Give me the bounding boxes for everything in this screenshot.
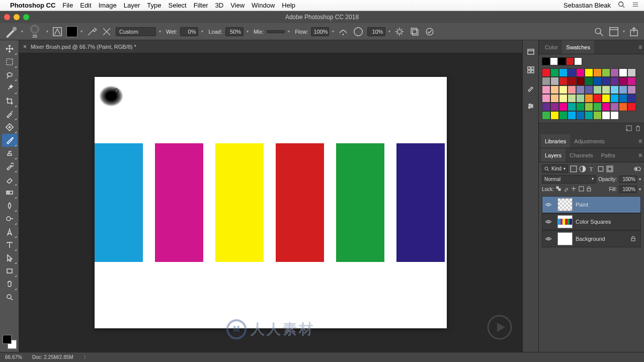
swatch-item[interactable]	[576, 94, 585, 103]
mix-field[interactable]	[267, 30, 285, 33]
swatch-item[interactable]	[602, 68, 610, 77]
swatch-item[interactable]	[550, 111, 559, 120]
load-field[interactable]: 50%	[225, 27, 244, 36]
layer-visibility-icon[interactable]	[542, 235, 554, 242]
lock-all-icon[interactable]	[586, 186, 592, 193]
close-window-icon[interactable]	[4, 14, 10, 20]
swatch-item[interactable]	[585, 68, 593, 77]
swatch-item[interactable]	[576, 68, 585, 77]
mixer-preset-select[interactable]: Custom	[116, 27, 156, 36]
swatch-item[interactable]	[550, 77, 559, 85]
swatch-item[interactable]	[602, 94, 610, 103]
wet-dropdown-icon[interactable]: ▾	[201, 29, 203, 34]
swatch-item[interactable]	[550, 68, 559, 77]
play-overlay-icon[interactable]	[487, 315, 512, 342]
swatch-item[interactable]	[602, 85, 610, 94]
lock-position-icon[interactable]	[571, 186, 577, 193]
layer-name[interactable]: Color Squares	[576, 219, 630, 225]
zoom-tool[interactable]	[2, 291, 17, 304]
swatch-item[interactable]	[619, 94, 627, 103]
swatch-recent[interactable]	[566, 57, 574, 65]
layer-visibility-icon[interactable]	[542, 218, 554, 225]
dodge-tool[interactable]	[2, 212, 17, 225]
marquee-tool[interactable]	[2, 55, 17, 68]
channels-tab[interactable]: Channels	[566, 148, 597, 162]
swatch-item[interactable]	[610, 103, 619, 111]
lock-artboard-icon[interactable]	[579, 186, 584, 193]
swatch-item[interactable]	[602, 77, 610, 85]
brush-preset-dropdown-icon[interactable]: ▾	[46, 29, 48, 34]
clean-brush-icon[interactable]	[101, 26, 113, 38]
swatch-item[interactable]	[593, 68, 602, 77]
swatch-item[interactable]	[602, 111, 610, 120]
brush-panel-toggle-icon[interactable]	[51, 26, 63, 38]
path-selection-tool[interactable]	[2, 251, 17, 264]
history-panel-icon[interactable]	[525, 46, 536, 57]
swatch-item[interactable]	[627, 68, 636, 77]
libraries-tab[interactable]: Libraries	[541, 134, 570, 148]
filter-type-icon[interactable]: T	[588, 165, 595, 172]
crop-tool[interactable]	[2, 95, 17, 108]
swatch-item[interactable]	[619, 85, 627, 94]
layer-item[interactable]: Color Squares	[542, 213, 641, 230]
swatch-item[interactable]	[576, 103, 585, 111]
swatch-item[interactable]	[593, 77, 602, 85]
gradient-tool[interactable]	[2, 186, 17, 199]
swatch-item[interactable]	[593, 111, 602, 120]
swatch-item[interactable]	[542, 94, 550, 103]
lock-transparent-icon[interactable]	[556, 186, 561, 193]
swatch-item[interactable]	[568, 85, 576, 94]
magic-wand-tool[interactable]	[2, 81, 17, 95]
trash-icon[interactable]	[635, 125, 641, 132]
swatch-item[interactable]	[576, 77, 585, 85]
swatch-item[interactable]	[568, 103, 576, 111]
current-tool-icon[interactable]	[4, 27, 18, 37]
layer-name[interactable]: Background	[576, 236, 630, 242]
lock-pixels-icon[interactable]	[564, 186, 569, 193]
swatch-item[interactable]	[627, 94, 636, 103]
swatch-recent[interactable]	[550, 57, 558, 65]
adjustments-tab[interactable]: Adjustments	[570, 134, 609, 148]
layer-filter-kind[interactable]: Kind ▾	[542, 164, 568, 173]
doc-arrange-dropdown-icon[interactable]: ▾	[623, 29, 625, 34]
menu-list-icon[interactable]	[632, 1, 639, 10]
eyedropper-tool[interactable]	[2, 108, 17, 121]
menu-view[interactable]: View	[230, 2, 245, 9]
swatch-item[interactable]	[610, 111, 619, 120]
swatch-item[interactable]	[610, 94, 619, 103]
filter-toggle-icon[interactable]	[634, 165, 641, 172]
document-tab-title[interactable]: Mixer Brush.psd @ 66.7% (Paint, RGB/8) *	[31, 44, 136, 50]
clone-stamp-tool[interactable]	[2, 147, 17, 160]
swatch-item[interactable]	[585, 111, 593, 120]
gear-icon[interactable]	[393, 26, 406, 38]
swatch-item[interactable]	[559, 94, 568, 103]
swatch-item[interactable]	[610, 68, 619, 77]
move-tool[interactable]	[2, 42, 17, 55]
healing-brush-tool[interactable]	[2, 121, 17, 134]
layer-visibility-icon[interactable]	[542, 201, 554, 208]
swatch-item[interactable]	[619, 77, 627, 85]
swatch-item[interactable]	[550, 85, 559, 94]
swatch-item[interactable]	[593, 85, 602, 94]
current-load-color-swatch[interactable]	[66, 26, 77, 37]
filter-pixel-icon[interactable]	[570, 165, 577, 172]
swatch-item[interactable]	[610, 85, 619, 94]
foreground-background-colors[interactable]	[3, 335, 17, 349]
swatch-recent[interactable]	[558, 57, 566, 65]
swatch-item[interactable]	[619, 103, 627, 111]
menu-filter[interactable]: Filter	[194, 2, 208, 9]
swatch-item[interactable]	[576, 111, 585, 120]
load-dropdown-icon[interactable]: ▾	[247, 29, 249, 34]
mixer-preset-dropdown-icon[interactable]: ▾	[159, 29, 161, 34]
swatch-item[interactable]	[576, 85, 585, 94]
swatch-item[interactable]	[593, 103, 602, 111]
zoom-level[interactable]: 66.67%	[5, 354, 22, 360]
swatch-item[interactable]	[585, 85, 593, 94]
layer-item[interactable]: Paint	[542, 196, 641, 213]
menu-file[interactable]: File	[62, 2, 73, 9]
swatch-item[interactable]	[602, 103, 610, 111]
mix-dropdown-icon[interactable]: ▾	[288, 29, 290, 34]
swatch-item[interactable]	[568, 94, 576, 103]
fill-field[interactable]: 100%	[619, 186, 637, 193]
swatch-item[interactable]	[559, 68, 568, 77]
